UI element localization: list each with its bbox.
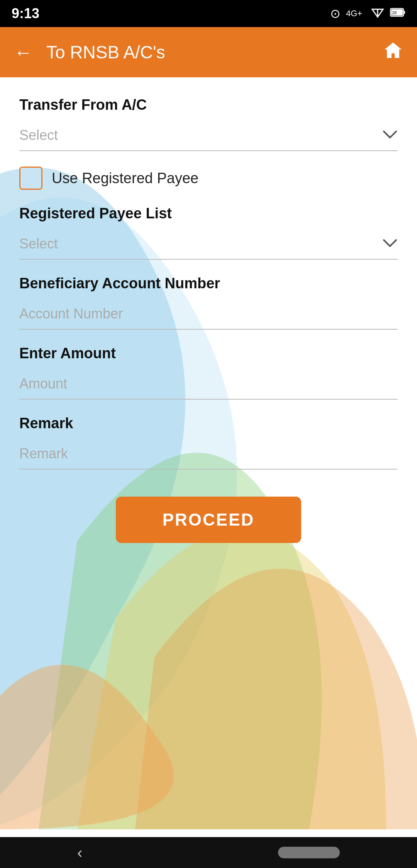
svg-rect-4 [403, 11, 405, 14]
svg-text:28: 28 [392, 10, 397, 15]
svg-marker-7 [385, 43, 402, 58]
signal-icon: 4G+ [346, 5, 365, 22]
use-registered-payee-label: Use Registered Payee [52, 170, 198, 187]
nav-bar: ‹ [0, 837, 417, 868]
transfer-from-chevron-icon [382, 127, 398, 143]
form-container: Transfer From A/C Select Use Registered … [0, 77, 417, 543]
app-bar: ← To RNSB A/C's [0, 27, 417, 77]
registered-payee-value: Select [19, 236, 382, 252]
use-registered-payee-checkbox[interactable] [19, 167, 42, 190]
nav-back-button[interactable]: ‹ [77, 844, 82, 861]
registered-payee-select[interactable]: Select [19, 229, 398, 260]
nav-home-pill[interactable] [278, 847, 340, 858]
status-icons: ⊙ 4G+ 28 [330, 5, 405, 22]
registered-payee-chevron-icon [382, 236, 398, 252]
back-button[interactable]: ← [14, 42, 32, 63]
registered-payee-label: Registered Payee List [19, 205, 398, 222]
whatsapp-icon: ⊙ [330, 6, 341, 21]
transfer-from-value: Select [19, 127, 382, 143]
battery-icon: 28 [390, 7, 405, 20]
use-registered-payee-row: Use Registered Payee [19, 167, 398, 190]
account-number-input[interactable] [19, 299, 398, 330]
amount-input[interactable] [19, 369, 398, 400]
wifi-icon [371, 5, 385, 22]
svg-text:4G+: 4G+ [346, 9, 362, 18]
proceed-button[interactable]: PROCEED [116, 497, 301, 543]
status-time: 9:13 [12, 5, 39, 22]
transfer-from-select[interactable]: Select [19, 120, 398, 151]
amount-label: Enter Amount [19, 345, 398, 362]
page-title: To RNSB A/C's [46, 42, 369, 63]
home-button[interactable] [383, 40, 403, 65]
content-area: Transfer From A/C Select Use Registered … [0, 77, 417, 837]
status-bar: 9:13 ⊙ 4G+ 28 [0, 0, 417, 27]
transfer-from-label: Transfer From A/C [19, 97, 398, 113]
remark-label: Remark [19, 415, 398, 432]
remark-input[interactable] [19, 439, 398, 470]
beneficiary-label: Beneficiary Account Number [19, 275, 398, 292]
